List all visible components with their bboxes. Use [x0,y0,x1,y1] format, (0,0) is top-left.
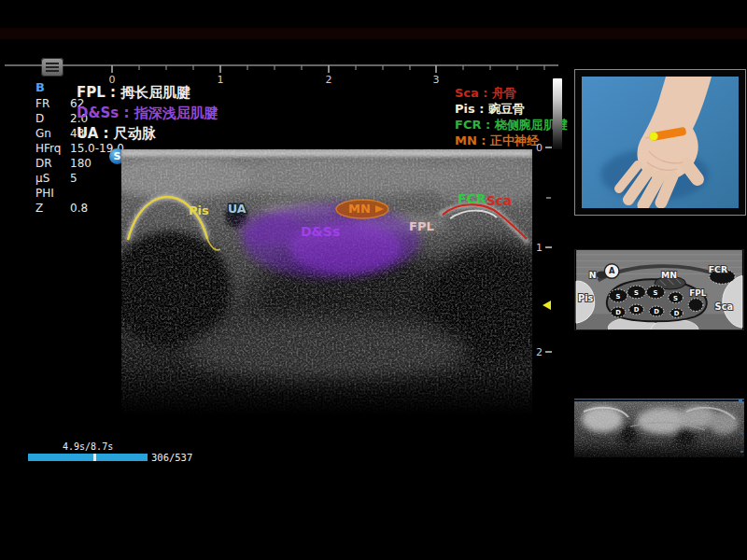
svg-text:S: S [616,293,621,301]
diagram-label-pis: Pis [578,293,594,303]
anatomy-diagram: SS SS DD DD N A MN FCR FPL Pis Sca [574,249,744,330]
probe-position-photo [574,69,746,216]
diagram-label-sca: Sca [715,301,733,312]
orientation-dot [650,133,658,141]
svg-text:S: S [634,289,639,297]
annotation-key-right: Sca : 舟骨 Pis : 豌豆骨 FCR : 桡侧腕屈肌腱 MN : 正中神… [455,85,568,148]
cine-progress-bar[interactable] [28,454,148,461]
label-fpl: FPL [409,219,434,233]
focus-marker[interactable] [543,301,551,310]
thumb-top-border [574,399,744,400]
depth-1: 1 [536,242,543,254]
diagram-label-fpl: FPL [689,288,706,298]
label-fcr: FCR [458,191,486,206]
grayscale-bar [553,78,562,149]
key-ua: UA : 尺动脉 [77,123,218,144]
cine-frame-counter: 306/537 [151,452,192,463]
key-sca: Sca : 舟骨 [455,85,568,101]
cine-position-marker[interactable] [93,454,96,461]
depth-scale: 0 1 2 [534,140,557,364]
key-fcr: FCR : 桡侧腕屈肌腱 [455,117,568,133]
ruler-label-2: 2 [326,74,332,86]
param-row: PHI [35,186,124,201]
ultrasound-image: Pis UA D&Ss MN FPL FCR Sca [121,149,532,415]
label-ua: UA [228,202,247,216]
key-dss: D&Ss : 指深浅屈肌腱 [77,103,218,123]
annotation-key-left: FPL : 拇长屈肌腱 D&Ss : 指深浅屈肌腱 UA : 尺动脉 [77,82,218,144]
label-sca: Sca [486,193,512,208]
param-row: µS5 [35,171,124,186]
key-fpl: FPL : 拇长屈肌腱 [77,82,218,103]
ruler-label-3: 3 [433,74,440,86]
key-pis: Pis : 豌豆骨 [455,101,568,117]
diagram-label-n: N [589,270,597,280]
svg-text:S: S [673,295,678,302]
thumb-corner-mark [739,399,742,403]
label-dss: D&Ss [301,224,340,239]
svg-text:D: D [654,308,659,315]
diagram-label-fcr: FCR [709,264,727,274]
echo-texture [121,149,532,415]
titlebar-strip [0,28,747,39]
depth-0: 0 [536,142,543,154]
svg-text:D: D [634,306,640,314]
label-mn: MN [348,202,371,216]
reference-ultrasound-thumbnail [574,399,744,469]
param-row: Z0.8 [35,201,124,216]
label-pis: Pis [189,203,209,217]
svg-text:D: D [615,309,621,316]
depth-2: 2 [536,346,543,358]
mode-indicator: B [35,80,45,94]
ultrasound-app: 0 1 2 3 B FR62 D2.0 Gn43 HFrq15.0-19.0 D… [0,0,747,560]
svg-text:D: D [674,310,680,317]
diagram-label-a: A [609,266,615,275]
svg-text:S: S [654,289,658,297]
diagram-label-mn: MN [661,270,677,280]
cine-time: 4.9s/8.7s [63,441,113,452]
